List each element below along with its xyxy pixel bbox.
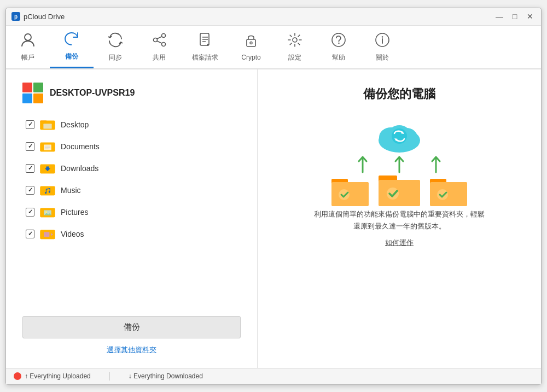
folder-name-documents: Documents	[61, 142, 100, 151]
folder-3-icon	[429, 177, 468, 208]
lock-icon	[243, 32, 259, 51]
folder-documents-icon	[40, 141, 55, 153]
toolbar-label-crypto: Crypto	[241, 54, 260, 61]
folder-desktop-icon	[40, 119, 55, 131]
title-bar: p pCloud Drive — □ ✕	[6, 8, 541, 26]
info-icon	[374, 32, 391, 51]
folder-item-documents[interactable]: Documents	[22, 136, 241, 157]
folder-2-icon	[377, 173, 421, 208]
folder-item-pictures[interactable]: Pictures	[22, 202, 241, 223]
filerequest-icon	[197, 32, 213, 51]
help-icon	[330, 32, 347, 51]
windows-logo-icon	[22, 83, 43, 103]
toolbar-item-filerequest[interactable]: 檔案請求	[181, 26, 229, 68]
right-panel-description: 利用這個簡單的功能來備份電腦中的重要資料夾，輕鬆還原到最久達一年的舊版本。	[312, 208, 487, 232]
computer-name: DESKTOP-UVPSR19	[50, 88, 135, 98]
toolbar-label-share: 共用	[153, 53, 166, 62]
toolbar-item-settings[interactable]: 設定	[273, 26, 317, 68]
window-controls: — □ ✕	[494, 11, 536, 22]
svg-point-14	[293, 38, 297, 42]
toolbar-label-sync: 同步	[109, 53, 122, 62]
checkbox-pictures[interactable]	[26, 208, 34, 217]
left-panel: DESKTOP-UVPSR19 Desktop	[6, 69, 258, 368]
toolbar-item-share[interactable]: 共用	[137, 26, 181, 68]
cloud-icon	[369, 113, 429, 157]
gear-icon	[287, 32, 303, 51]
svg-point-35	[45, 191, 46, 193]
app-icon: p	[11, 12, 20, 21]
svg-point-0	[25, 34, 31, 40]
computer-header: DESKTOP-UVPSR19	[22, 83, 241, 103]
toolbar-item-help[interactable]: 幫助	[317, 26, 360, 68]
svg-rect-43	[44, 232, 49, 236]
toolbar-label-filerequest: 檔案請求	[192, 53, 218, 62]
upload-status-label: ↑ Everything Uploaded	[25, 372, 91, 380]
svg-point-1	[154, 38, 158, 42]
arrow-right-icon	[428, 151, 444, 173]
folder-item-videos[interactable]: Videos	[22, 224, 241, 244]
folder-item-music[interactable]: Music	[22, 180, 241, 201]
window-title: pCloud Drive	[24, 13, 494, 21]
svg-rect-23	[43, 124, 51, 128]
folder-pictures-icon	[40, 206, 55, 218]
status-divider	[109, 372, 110, 381]
share-icon	[151, 32, 167, 51]
minimize-button[interactable]: —	[494, 11, 505, 22]
folder-name-downloads: Downloads	[61, 164, 98, 173]
right-panel-title: 備份您的電腦	[363, 86, 435, 102]
svg-line-4	[157, 37, 162, 39]
folder-name-videos: Videos	[61, 230, 84, 238]
folder-name-music: Music	[61, 186, 81, 195]
toolbar-item-crypto[interactable]: Crypto	[229, 26, 273, 68]
svg-point-19	[382, 36, 383, 38]
checkbox-music[interactable]	[26, 186, 34, 195]
how-it-works-link[interactable]: 如何運作	[385, 238, 414, 248]
folder-list: Desktop Documents	[22, 114, 241, 305]
checkbox-videos[interactable]	[26, 230, 34, 238]
folder-item-desktop[interactable]: Desktop	[22, 114, 241, 135]
folder-item-downloads[interactable]: Downloads	[22, 158, 241, 179]
svg-point-40	[45, 211, 47, 213]
toolbar-item-backup[interactable]: 備份	[50, 26, 94, 68]
svg-rect-58	[379, 180, 420, 206]
status-bar: ↑ Everything Uploaded ↓ Everything Downl…	[6, 368, 541, 384]
svg-point-13	[250, 42, 252, 44]
backup-illustration	[280, 113, 519, 208]
toolbar-label-backup: 備份	[65, 52, 78, 61]
svg-point-3	[162, 42, 166, 46]
maximize-button[interactable]: □	[509, 11, 520, 22]
svg-point-36	[49, 191, 50, 192]
svg-rect-54	[331, 182, 369, 206]
upload-status: ↑ Everything Uploaded	[14, 372, 91, 380]
upload-status-icon	[14, 372, 21, 380]
toolbar-label-settings: 設定	[288, 53, 301, 62]
main-content: DESKTOP-UVPSR19 Desktop	[6, 69, 541, 368]
arrow-left-icon	[354, 151, 371, 173]
toolbar-item-sync[interactable]: 同步	[94, 26, 137, 68]
backup-button[interactable]: 備份	[22, 316, 241, 338]
svg-point-15	[332, 33, 345, 46]
svg-point-55	[339, 189, 350, 200]
checkbox-downloads[interactable]	[26, 164, 34, 173]
folder-videos-icon	[40, 228, 55, 240]
main-window: p pCloud Drive — □ ✕ 帳戶	[5, 8, 542, 385]
toolbar-item-account[interactable]: 帳戶	[6, 26, 50, 68]
svg-point-16	[338, 42, 339, 43]
checkbox-documents[interactable]	[26, 142, 34, 151]
download-status: ↓ Everything Downloaded	[129, 372, 203, 380]
select-other-folders[interactable]: 選擇其他資料夾	[22, 345, 241, 355]
close-button[interactable]: ✕	[525, 11, 536, 22]
svg-rect-12	[247, 39, 255, 46]
toolbar-label-account: 帳戶	[21, 53, 34, 62]
toolbar-item-about[interactable]: 關於	[360, 26, 404, 68]
svg-line-5	[157, 41, 162, 43]
checkbox-desktop[interactable]	[26, 120, 34, 129]
folder-1-icon	[330, 177, 370, 208]
toolbar-label-help: 幫助	[332, 53, 345, 62]
folder-name-pictures: Pictures	[61, 208, 89, 217]
folders-row	[330, 173, 468, 208]
backup-icon	[63, 31, 80, 50]
folder-downloads-icon	[40, 162, 55, 174]
toolbar: 帳戶 備份 同步	[6, 26, 541, 69]
svg-rect-34	[40, 187, 55, 195]
